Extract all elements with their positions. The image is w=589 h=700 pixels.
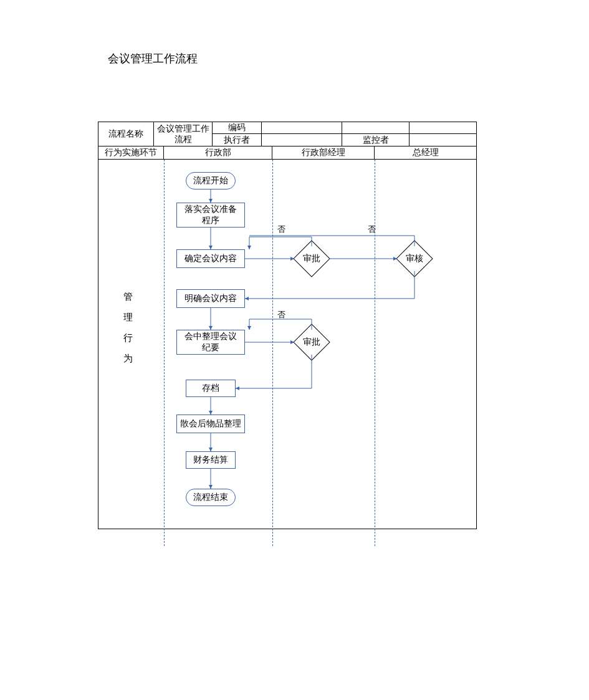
lane-divider-3 [375, 160, 375, 546]
node-prep: 落实会议准备 程序 [176, 203, 245, 228]
node-approve2: 审批 [287, 328, 337, 356]
node-minutes: 会中整理会议 纪要 [176, 330, 245, 355]
lane-header-admin-mgr: 行政部经理 [272, 146, 375, 160]
side-label: 管 理 行 为 [122, 287, 133, 369]
lane-header-admin: 行政部 [163, 146, 272, 160]
side-label-text: 管 理 行 为 [123, 292, 133, 363]
lane-divider-2 [272, 160, 273, 546]
hdr-executor-label: 执行者 [212, 133, 262, 146]
node-start: 流程开始 [186, 172, 236, 189]
node-audit-label: 审核 [390, 245, 439, 272]
hdr-process-name-label: 流程名称 [98, 122, 154, 146]
edge-label-no3: 否 [277, 309, 285, 320]
node-archive: 存档 [186, 380, 236, 397]
node-end: 流程结束 [186, 489, 236, 506]
edge-label-no1: 否 [277, 224, 285, 235]
edge-label-no2: 否 [368, 224, 376, 235]
hdr-monitor-value [409, 133, 477, 146]
node-approve1-label: 审批 [287, 245, 337, 272]
node-clarify: 明确会议内容 [176, 289, 245, 308]
hdr-process-name-value: 会议管理工作流程 [153, 122, 213, 146]
node-approve2-label: 审批 [287, 328, 337, 356]
page-title: 会议管理工作流程 [108, 51, 198, 66]
hdr-code-label: 编码 [212, 122, 262, 134]
hdr-blank-2 [409, 122, 477, 134]
hdr-row2-label: 行为实施环节 [98, 146, 164, 160]
hdr-code-value [261, 122, 342, 134]
node-audit: 审核 [390, 245, 439, 272]
node-approve1: 审批 [287, 245, 337, 272]
hdr-executor-value [261, 133, 342, 146]
hdr-blank-1 [342, 122, 409, 134]
lane-divider-1 [164, 160, 165, 546]
lane-header-gm: 总经理 [374, 146, 477, 160]
node-finance: 财务结算 [186, 451, 236, 469]
hdr-monitor-label: 监控者 [342, 133, 409, 146]
node-cleanup: 散会后物品整理 [176, 415, 245, 433]
node-determine: 确定会议内容 [176, 249, 245, 268]
